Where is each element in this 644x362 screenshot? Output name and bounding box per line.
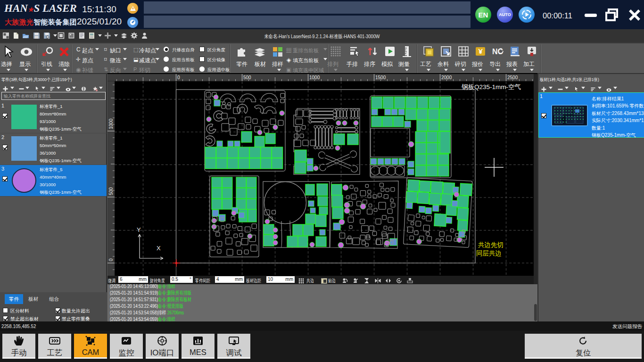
svg-text:2500: 2500 (507, 75, 518, 80)
svg-text:1000: 1000 (108, 118, 114, 129)
svg-text:0: 0 (177, 75, 180, 80)
svg-text:共边先切: 共边先切 (478, 241, 504, 248)
svg-text:1000: 1000 (309, 75, 320, 80)
svg-text:同层共边: 同层共边 (476, 250, 502, 257)
svg-text:X: X (157, 245, 161, 252)
svg-text:1500: 1500 (375, 75, 386, 80)
svg-text:2000: 2000 (441, 75, 452, 80)
svg-text:500: 500 (108, 187, 114, 195)
svg-text:Y: Y (137, 226, 141, 233)
svg-text:0: 0 (108, 258, 114, 261)
svg-text:500: 500 (243, 75, 251, 80)
svg-text:钢板Q235-1mm-空气: 钢板Q235-1mm-空气 (462, 83, 521, 90)
